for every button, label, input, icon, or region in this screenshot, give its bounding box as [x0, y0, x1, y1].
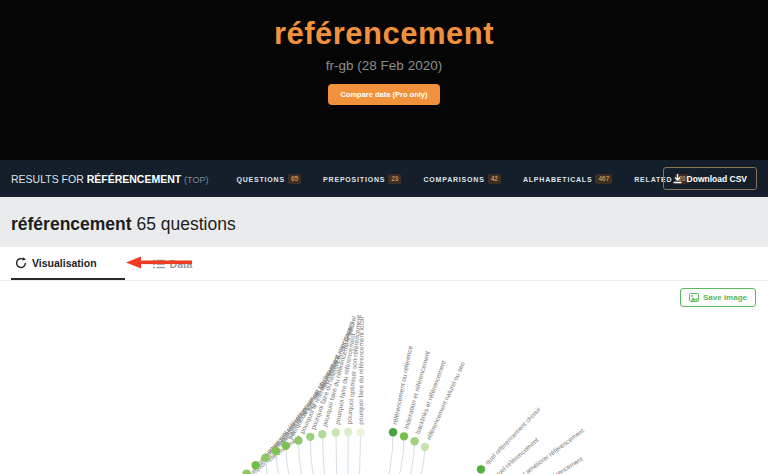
- nav-tab-count: 23: [388, 174, 401, 184]
- results-for-label: RESULTS FOR RÉFÉRENCEMENT (TOP): [11, 173, 208, 185]
- branch-line: [336, 432, 347, 474]
- branch-dot[interactable]: [400, 432, 408, 440]
- nav-tab-questions[interactable]: QUESTIONS65: [236, 174, 301, 184]
- branch-dot[interactable]: [282, 442, 290, 450]
- nav-tab-comparisons[interactable]: COMPARISONS42: [423, 174, 500, 184]
- nav-tab-prepositions[interactable]: PREPOSITIONS23: [323, 174, 401, 184]
- branch-line: [310, 437, 347, 474]
- branch-dot[interactable]: [477, 465, 485, 473]
- results-prefix: RESULTS FOR: [11, 173, 84, 185]
- tab-visualisation[interactable]: Visualisation: [11, 247, 125, 280]
- results-keyword: RÉFÉRENCEMENT: [87, 173, 182, 185]
- branch-line: [347, 432, 393, 474]
- branch-dot[interactable]: [410, 437, 418, 445]
- branch-dot[interactable]: [252, 461, 260, 469]
- visualisation-icon: [15, 257, 27, 269]
- results-scope: (TOP): [184, 175, 208, 185]
- branch-line: [347, 432, 348, 474]
- branch-dot[interactable]: [261, 453, 269, 461]
- branch-line: [347, 436, 404, 474]
- image-icon: [689, 293, 699, 302]
- branch-dot[interactable]: [306, 433, 314, 441]
- branch-line: [347, 469, 481, 474]
- annotation-arrow: [126, 256, 192, 269]
- nav-tab-count: 42: [488, 174, 501, 184]
- compare-data-button[interactable]: Compare data (Pro only): [328, 84, 439, 105]
- heading-count: 65 questions: [132, 214, 236, 234]
- branch-line: [347, 441, 415, 474]
- nav-tab-alphabeticals[interactable]: ALPHABETICALS467: [523, 174, 612, 184]
- search-meta: fr-gb (28 Feb 2020): [0, 58, 768, 73]
- branch-dot[interactable]: [421, 443, 429, 451]
- branch-dot[interactable]: [332, 428, 340, 436]
- questions-wheel: pourquoi référencementpourquoi référence…: [0, 281, 768, 474]
- visualisation-panel: pourquoi référencementpourquoi référence…: [0, 281, 768, 474]
- results-heading: référencement 65 questions: [11, 214, 768, 235]
- branch-line: [322, 434, 347, 474]
- branch-dot[interactable]: [389, 428, 397, 436]
- save-image-button[interactable]: Save image: [680, 288, 756, 307]
- download-icon: [673, 174, 682, 184]
- branch-dot[interactable]: [294, 436, 302, 444]
- branch-line: [347, 433, 361, 474]
- heading-keyword: référencement: [11, 214, 132, 234]
- view-tabs: Visualisation Data: [0, 247, 768, 281]
- branch-dot[interactable]: [318, 430, 326, 438]
- download-csv-button[interactable]: Download CSV: [663, 167, 757, 190]
- branch-line: [286, 446, 347, 474]
- heading-band: référencement 65 questions: [0, 197, 768, 247]
- branch-dot[interactable]: [356, 428, 364, 436]
- nav-menu: QUESTIONS65PREPOSITIONS23COMPARISONS42AL…: [236, 174, 688, 184]
- branch-label[interactable]: pourquoi faire du référencement local: [357, 316, 366, 424]
- hero-header: référencement fr-gb (28 Feb 2020) Compar…: [0, 0, 768, 160]
- branch-dot[interactable]: [344, 428, 352, 436]
- nav-tab-count: 65: [288, 174, 301, 184]
- page-title: référencement: [0, 16, 768, 52]
- results-navbar: RESULTS FOR RÉFÉRENCEMENT (TOP) QUESTION…: [0, 160, 768, 197]
- branch-dot[interactable]: [272, 447, 280, 455]
- nav-tab-count: 467: [595, 174, 612, 184]
